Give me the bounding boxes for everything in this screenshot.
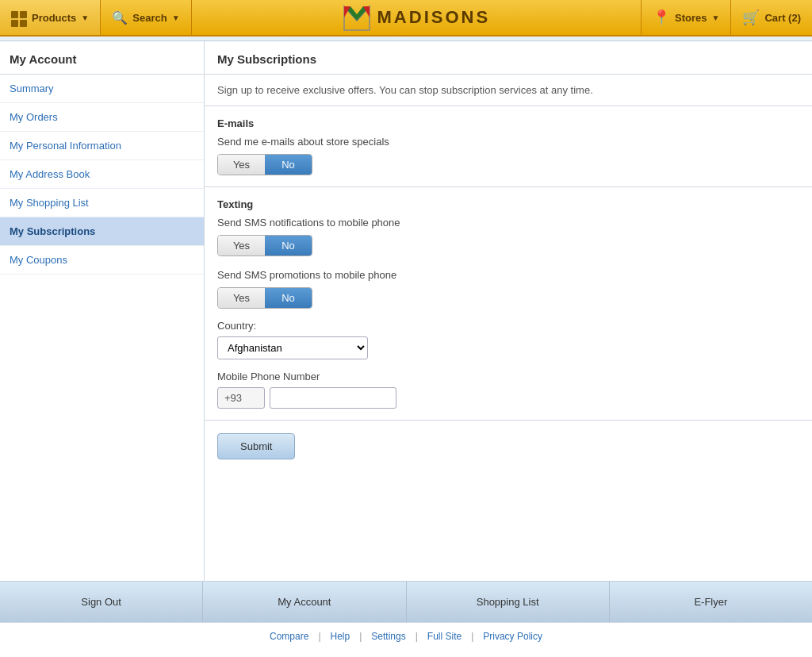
sms-promotions-label: Send SMS promotions to mobile phone xyxy=(217,269,799,281)
emails-label: Send me e-mails about store specials xyxy=(217,136,799,148)
sms-promotions-yes-button[interactable]: Yes xyxy=(218,288,265,308)
content-area: My Subscriptions Sign up to receive excl… xyxy=(205,41,812,581)
cart-button[interactable]: 🛒 Cart (2) xyxy=(730,0,812,35)
sidebar-item-my-subscriptions[interactable]: My Subscriptions xyxy=(0,217,204,246)
emails-no-button[interactable]: No xyxy=(265,155,312,175)
sidebar-title: My Account xyxy=(0,41,204,75)
texting-title: Texting xyxy=(217,198,799,210)
search-button[interactable]: 🔍 Search ▼ xyxy=(101,0,191,35)
sidebar: My Account Summary My Orders My Personal… xyxy=(0,41,205,581)
sms-notifications-no-button[interactable]: No xyxy=(265,236,312,256)
shopping-list-button[interactable]: Shopping List xyxy=(407,582,610,622)
header-right: 📍 Stores ▼ 🛒 Cart (2) xyxy=(641,0,812,35)
phone-prefix-input[interactable] xyxy=(217,387,265,409)
compare-link[interactable]: Compare xyxy=(270,631,308,642)
cart-label: Cart (2) xyxy=(764,12,801,24)
search-chevron-icon: ▼ xyxy=(172,13,180,22)
my-account-button[interactable]: My Account xyxy=(203,582,406,622)
sign-out-button[interactable]: Sign Out xyxy=(0,582,203,622)
main-container: My Account Summary My Orders My Personal… xyxy=(0,41,812,581)
cart-icon: 🛒 xyxy=(742,9,760,26)
footer-buttons: Sign Out My Account Shopping List E-Flye… xyxy=(0,581,812,622)
phone-label: Mobile Phone Number xyxy=(217,371,799,382)
content-title: My Subscriptions xyxy=(205,41,812,75)
phone-number-input[interactable] xyxy=(270,387,396,409)
sidebar-item-my-address-book[interactable]: My Address Book xyxy=(0,160,204,189)
search-icon: 🔍 xyxy=(112,10,128,25)
help-link[interactable]: Help xyxy=(331,631,350,642)
products-button[interactable]: Products ▼ xyxy=(0,0,101,35)
products-label: Products xyxy=(32,12,76,24)
sep-3: | xyxy=(416,631,418,642)
sep-2: | xyxy=(359,631,362,642)
sidebar-item-my-personal-information[interactable]: My Personal Information xyxy=(0,132,204,160)
content-intro: Sign up to receive exclusive offers. You… xyxy=(205,75,812,106)
sms-notifications-label: Send SMS notifications to mobile phone xyxy=(217,217,799,229)
logo-text: MADISONS xyxy=(377,7,491,28)
products-chevron-icon: ▼ xyxy=(81,13,89,22)
settings-link[interactable]: Settings xyxy=(371,631,405,642)
logo: MADISONS xyxy=(192,3,642,32)
submit-section: Submit xyxy=(205,421,812,478)
sidebar-item-my-shopping-list[interactable]: My Shopping List xyxy=(0,189,204,217)
sms-notifications-yes-button[interactable]: Yes xyxy=(218,236,265,256)
stores-chevron-icon: ▼ xyxy=(712,13,720,22)
stores-label: Stores xyxy=(675,12,707,24)
privacy-policy-link[interactable]: Privacy Policy xyxy=(483,631,542,642)
header: Products ▼ 🔍 Search ▼ MADISONS 📍 Stores … xyxy=(0,0,812,36)
emails-toggle-group: Yes No xyxy=(217,154,312,175)
submit-button[interactable]: Submit xyxy=(217,433,295,459)
sms-promotions-no-button[interactable]: No xyxy=(265,288,312,308)
sidebar-item-my-orders[interactable]: My Orders xyxy=(0,103,204,132)
sms-promotions-toggle-group: Yes No xyxy=(217,287,312,309)
stores-button[interactable]: 📍 Stores ▼ xyxy=(641,0,730,35)
texting-section: Texting Send SMS notifications to mobile… xyxy=(205,187,812,421)
country-label: Country: xyxy=(217,320,799,332)
products-icon xyxy=(11,9,27,27)
logo-icon xyxy=(343,3,371,32)
phone-group xyxy=(217,387,799,409)
sidebar-item-summary[interactable]: Summary xyxy=(0,75,204,103)
footer-links: Compare | Help | Settings | Full Site | … xyxy=(0,622,812,648)
e-flyer-button[interactable]: E-Flyer xyxy=(610,582,812,622)
stores-icon: 📍 xyxy=(653,9,670,26)
sms-notifications-toggle-group: Yes No xyxy=(217,235,312,256)
emails-title: E-mails xyxy=(217,117,799,129)
search-label: Search xyxy=(132,12,167,24)
emails-section: E-mails Send me e-mails about store spec… xyxy=(205,106,812,187)
country-select[interactable]: Afghanistan Albania Algeria United State… xyxy=(217,336,368,359)
sep-4: | xyxy=(471,631,473,642)
sep-1: | xyxy=(318,631,320,642)
emails-yes-button[interactable]: Yes xyxy=(218,155,265,175)
sidebar-item-my-coupons[interactable]: My Coupons xyxy=(0,246,204,275)
full-site-link[interactable]: Full Site xyxy=(427,631,462,642)
